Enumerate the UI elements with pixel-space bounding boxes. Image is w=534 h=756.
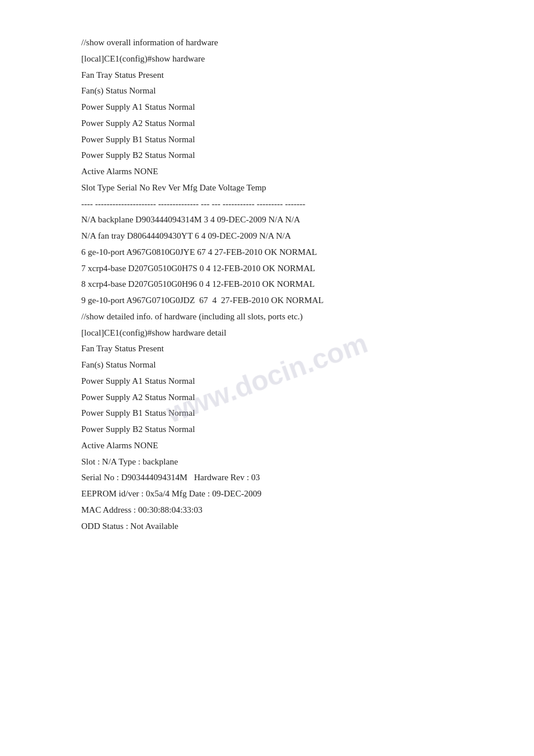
text-line-24: Power Supply B2 Status Normal (81, 422, 488, 438)
text-line-18: [local]CE1(config)#show hardware detail (81, 325, 488, 341)
text-line-9: Slot Type Serial No Rev Ver Mfg Date Vol… (81, 180, 488, 196)
text-line-8: Active Alarms NONE (81, 164, 488, 180)
text-line-22: Power Supply A2 Status Normal (81, 390, 488, 406)
text-line-16: 9 ge-10-port A967G0710G0JDZ 67 4 27-FEB-… (81, 293, 488, 309)
text-line-30: ODD Status : Not Available (81, 519, 488, 535)
text-line-25: Active Alarms NONE (81, 438, 488, 454)
text-line-4: Power Supply A1 Status Normal (81, 99, 488, 116)
main-content: //show overall information of hardware[l… (81, 35, 488, 534)
text-line-14: 7 xcrp4-base D207G0510G0H7S 0 4 12-FEB-2… (81, 261, 488, 277)
text-line-12: N/A fan tray D80644409430YT 6 4 09-DEC-2… (81, 228, 488, 244)
text-line-21: Power Supply A1 Status Normal (81, 373, 488, 390)
text-line-28: EEPROM id/ver : 0x5a/4 Mfg Date : 09-DEC… (81, 486, 488, 502)
text-line-20: Fan(s) Status Normal (81, 357, 488, 373)
text-line-27: Serial No : D903444094314M Hardware Rev … (81, 470, 488, 486)
text-line-15: 8 xcrp4-base D207G0510G0H96 0 4 12-FEB-2… (81, 276, 488, 293)
text-line-5: Power Supply A2 Status Normal (81, 116, 488, 132)
text-line-26: Slot : N/A Type : backplane (81, 454, 488, 470)
text-line-17: //show detailed info. of hardware (inclu… (81, 309, 488, 325)
text-line-23: Power Supply B1 Status Normal (81, 405, 488, 422)
text-line-3: Fan(s) Status Normal (81, 83, 488, 99)
text-line-7: Power Supply B2 Status Normal (81, 147, 488, 164)
text-line-10: ---- --------------------- -------------… (81, 196, 488, 213)
text-line-2: Fan Tray Status Present (81, 67, 488, 84)
text-line-11: N/A backplane D903444094314M 3 4 09-DEC-… (81, 212, 488, 228)
text-line-29: MAC Address : 00:30:88:04:33:03 (81, 502, 488, 519)
text-line-6: Power Supply B1 Status Normal (81, 132, 488, 148)
text-line-19: Fan Tray Status Present (81, 341, 488, 357)
text-line-0: //show overall information of hardware (81, 35, 488, 51)
text-line-13: 6 ge-10-port A967G0810G0JYE 67 4 27-FEB-… (81, 244, 488, 261)
text-line-1: [local]CE1(config)#show hardware (81, 51, 488, 67)
